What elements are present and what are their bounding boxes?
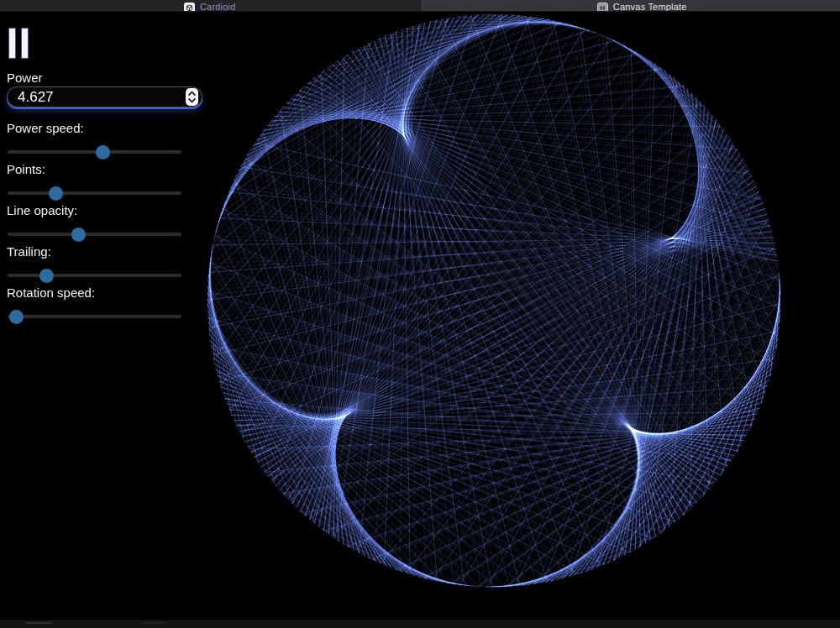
slider-group-points: Points: (8, 162, 181, 201)
slider-thumb[interactable] (39, 269, 54, 283)
slider-track[interactable] (8, 150, 181, 154)
slider-thumb[interactable] (96, 145, 110, 160)
power-speed-label: Power speed: (7, 121, 181, 136)
number-stepper[interactable] (186, 88, 198, 106)
pause-icon (8, 28, 16, 59)
tab-cardioid[interactable]: Cardioid (0, 0, 420, 11)
slider-group-power-speed: Power speed: (8, 121, 181, 160)
open-box-icon (184, 3, 195, 11)
slider-group-trailing: Trailing: (8, 244, 181, 283)
slider-track[interactable] (8, 274, 181, 277)
tab-canvas-template[interactable]: H Canvas Template (420, 0, 840, 11)
slider-group-line-opacity: Line opacity: (8, 203, 181, 242)
slider-thumb[interactable] (9, 310, 24, 324)
slider-track[interactable] (8, 315, 181, 318)
power-input[interactable] (7, 86, 202, 107)
trailing-slider[interactable] (8, 268, 181, 283)
tab-label: Cardioid (200, 2, 236, 11)
slider-thumb[interactable] (49, 186, 63, 201)
rotation-speed-label: Rotation speed: (7, 285, 181, 301)
stepper-chevrons-icon (187, 90, 197, 104)
bottom-bar-dash (143, 622, 166, 624)
pause-button[interactable] (8, 28, 29, 59)
trailing-label: Trailing: (7, 244, 181, 259)
tab-label: Canvas Template (613, 2, 687, 11)
pause-icon (21, 28, 29, 59)
bottom-bar-dash (25, 622, 52, 624)
slider-track[interactable] (8, 233, 181, 236)
slider-group-rotation-speed: Rotation speed: (8, 285, 181, 324)
letter-h-icon: H (597, 3, 608, 11)
slider-thumb[interactable] (71, 228, 86, 242)
slider-track[interactable] (8, 191, 181, 195)
browser-tab-bar: Cardioid H Canvas Template (0, 0, 840, 12)
power-speed-slider[interactable] (8, 144, 181, 160)
points-label: Points: (7, 162, 181, 177)
line-opacity-slider[interactable] (8, 227, 181, 242)
line-opacity-label: Line opacity: (7, 203, 181, 218)
power-label: Power (7, 71, 43, 85)
bottom-edge-bar (0, 620, 840, 628)
points-slider[interactable] (8, 186, 181, 201)
rotation-speed-slider[interactable] (8, 309, 181, 324)
